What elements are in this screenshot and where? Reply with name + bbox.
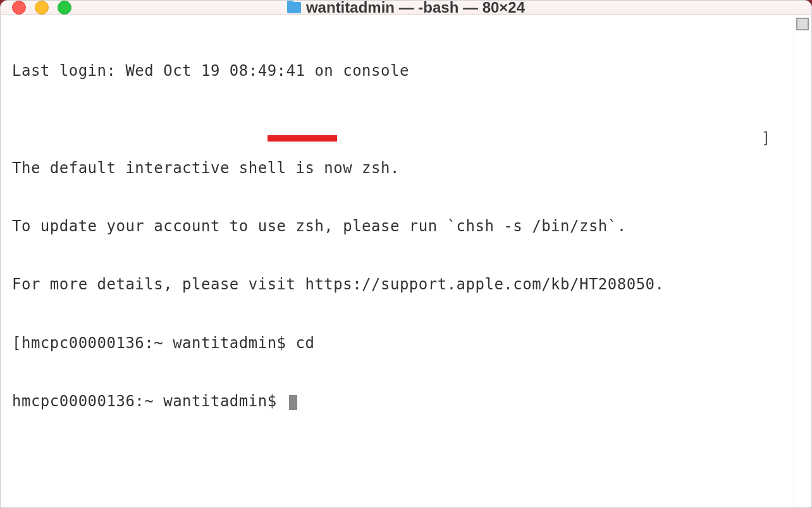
command-cd: cd xyxy=(295,334,314,352)
cursor-icon xyxy=(289,395,297,410)
terminal-body[interactable]: Last login: Wed Oct 19 08:49:41 on conso… xyxy=(1,15,794,508)
prompt-prefix: [hmcpc00000136:~ wantitadmin$ xyxy=(12,334,295,352)
terminal-line: To update your account to use zsh, pleas… xyxy=(12,217,782,236)
terminal-window: wantitadmin — -bash — 80×24 Last login: … xyxy=(0,0,812,508)
closing-bracket: ] xyxy=(761,129,771,148)
scroll-position-icon xyxy=(796,18,809,30)
terminal-line: For more details, please visit https://s… xyxy=(12,275,782,294)
title-container: wantitadmin — -bash — 80×24 xyxy=(1,0,811,16)
traffic-lights xyxy=(12,1,71,15)
content-wrapper: Last login: Wed Oct 19 08:49:41 on conso… xyxy=(1,15,811,508)
close-icon[interactable] xyxy=(12,1,26,15)
folder-icon xyxy=(287,2,301,13)
terminal-line: The default interactive shell is now zsh… xyxy=(12,159,782,178)
prompt-prefix-2: hmcpc00000136:~ wantitadmin$ xyxy=(12,392,286,410)
terminal-line: Last login: Wed Oct 19 08:49:41 on conso… xyxy=(12,61,782,81)
scrollbar[interactable] xyxy=(794,15,811,508)
annotation-underline xyxy=(268,135,337,142)
window-title: wantitadmin — -bash — 80×24 xyxy=(306,0,525,16)
titlebar[interactable]: wantitadmin — -bash — 80×24 xyxy=(1,1,811,15)
minimize-icon[interactable] xyxy=(35,1,49,15)
prompt-line-1: [hmcpc00000136:~ wantitadmin$ cd xyxy=(12,334,782,353)
maximize-icon[interactable] xyxy=(58,1,71,15)
prompt-line-2: hmcpc00000136:~ wantitadmin$ xyxy=(12,392,782,411)
